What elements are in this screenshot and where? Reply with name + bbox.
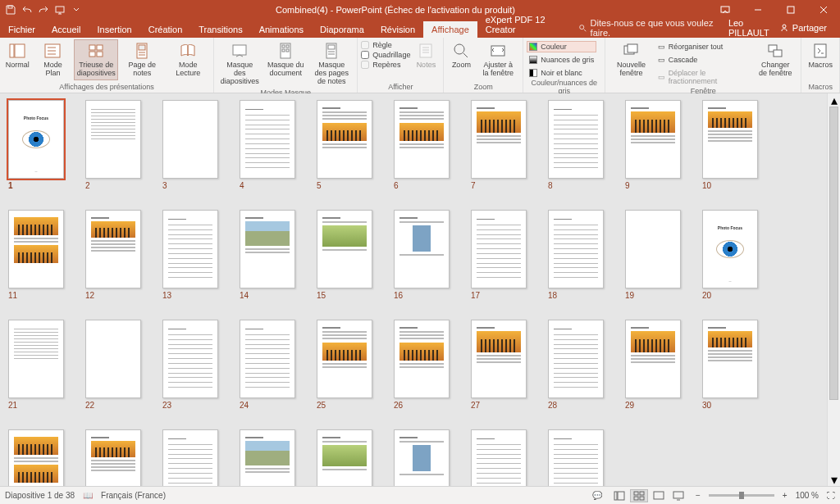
guides-checkbox[interactable]: Repères: [361, 61, 410, 69]
slide-thumbnail[interactable]: 36: [394, 429, 450, 486]
spellcheck-icon[interactable]: 📖: [83, 491, 93, 500]
slide-thumbnail[interactable]: 29: [625, 320, 681, 410]
reading-view-button[interactable]: Mode Lecture: [166, 39, 210, 80]
slide-thumbnail[interactable]: 23: [162, 320, 218, 410]
slide-thumbnail[interactable]: 30: [702, 320, 758, 410]
slide-thumbnail[interactable]: 7: [471, 100, 527, 190]
tab-expert-pdf[interactable]: eXpert PDF 12 Creator: [477, 11, 573, 38]
zoom-level[interactable]: 100 %: [796, 491, 819, 500]
user-name[interactable]: Leo PILLAULT: [728, 18, 769, 38]
redo-icon[interactable]: [38, 4, 49, 16]
slide-thumbnail[interactable]: 27: [471, 320, 527, 410]
slide-thumbnail[interactable]: 14: [240, 210, 295, 300]
grayscale-mode-button[interactable]: Nuances de gris: [527, 54, 596, 66]
zoom-out-button[interactable]: −: [696, 491, 701, 500]
slide-thumbnail[interactable]: 13: [162, 210, 218, 300]
normal-view-button[interactable]: Normal: [3, 39, 32, 72]
slide-sorter-button[interactable]: Trieuse de diapositives: [74, 39, 118, 80]
slide-thumbnail[interactable]: Photo Focus—20: [702, 210, 758, 300]
close-icon[interactable]: [807, 0, 840, 20]
fit-to-window-status-button[interactable]: ⛶: [827, 491, 835, 500]
slide-thumbnail[interactable]: 16: [394, 210, 450, 300]
reading-view-status-button[interactable]: [650, 489, 668, 502]
slide-thumbnail[interactable]: 21: [8, 320, 64, 410]
slide-thumbnail[interactable]: 24: [240, 320, 295, 410]
new-window-button[interactable]: Nouvelle fenêtre: [609, 39, 653, 80]
slide-thumbnail[interactable]: 22: [85, 320, 141, 410]
color-mode-button[interactable]: Couleur: [527, 41, 596, 52]
vertical-scrollbar[interactable]: ▴ ▾: [827, 93, 840, 486]
slide-thumbnail[interactable]: 26: [394, 320, 450, 410]
ribbon-display-icon[interactable]: [709, 0, 742, 20]
share-button[interactable]: Partager: [774, 21, 832, 34]
slide-sorter-pane[interactable]: Photo Focus—1234567891011121314151617181…: [0, 93, 840, 486]
slide-thumbnail[interactable]: 34: [240, 429, 295, 486]
tab-creation[interactable]: Création: [140, 21, 191, 38]
slide-thumbnail[interactable]: 33: [162, 429, 218, 486]
scroll-up-icon[interactable]: ▴: [828, 93, 840, 107]
minimize-icon[interactable]: [742, 0, 774, 20]
slideshow-status-button[interactable]: [669, 489, 687, 502]
slide-thumbnail[interactable]: Photo Focus—1: [8, 100, 64, 190]
slide-thumbnail[interactable]: 4: [240, 100, 295, 190]
slide-thumbnail[interactable]: 6: [394, 100, 450, 190]
slide-thumbnail[interactable]: 10: [702, 100, 758, 190]
slide-thumbnail[interactable]: 37: [471, 429, 527, 486]
scroll-down-icon[interactable]: ▾: [828, 473, 840, 486]
slide-thumbnail[interactable]: 19: [625, 210, 681, 300]
maximize-icon[interactable]: [774, 0, 807, 20]
macros-button[interactable]: Macros: [805, 39, 836, 72]
slide-thumbnail[interactable]: 5: [317, 100, 372, 190]
handout-master-button[interactable]: Masque du document: [263, 39, 308, 80]
slide-thumbnail[interactable]: 18: [548, 210, 604, 300]
cascade-button[interactable]: ▭Cascade: [655, 54, 751, 66]
switch-window-button[interactable]: Changer de fenêtre: [753, 39, 797, 80]
zoom-in-button[interactable]: +: [783, 491, 788, 500]
normal-view-status-button[interactable]: [610, 489, 628, 502]
fit-window-button[interactable]: Ajuster à la fenêtre: [477, 39, 519, 80]
slide-thumbnail[interactable]: 25: [317, 320, 372, 410]
zoom-slider[interactable]: [709, 494, 774, 497]
start-slideshow-icon[interactable]: [54, 4, 66, 16]
save-icon[interactable]: [5, 4, 16, 16]
tab-revision[interactable]: Révision: [372, 21, 423, 38]
slide-thumbnail[interactable]: 11: [8, 210, 64, 300]
svg-rect-37: [654, 492, 664, 499]
tab-diaporama[interactable]: Diaporama: [312, 21, 372, 38]
comments-icon[interactable]: 💬: [592, 491, 602, 500]
tab-insertion[interactable]: Insertion: [89, 21, 139, 38]
undo-icon[interactable]: [21, 4, 33, 16]
scrollbar-thumb[interactable]: [829, 107, 838, 400]
tab-animations[interactable]: Animations: [251, 21, 312, 38]
slide-count-status[interactable]: Diapositive 1 de 38: [5, 491, 75, 500]
slide-thumbnail[interactable]: 17: [471, 210, 527, 300]
tab-affichage[interactable]: Affichage: [423, 21, 477, 38]
slide-thumbnail[interactable]: 2: [85, 100, 141, 190]
slide-thumbnail[interactable]: 8: [548, 100, 604, 190]
ruler-checkbox[interactable]: Règle: [361, 41, 410, 49]
slide-master-button[interactable]: Masque des diapositives: [217, 39, 262, 89]
outline-view-button[interactable]: Mode Plan: [34, 39, 73, 80]
slide-thumbnail[interactable]: 35: [317, 429, 372, 486]
tell-me-search[interactable]: Dites-nous ce que vous voulez faire.: [572, 18, 719, 38]
notes-master-button[interactable]: Masque des pages de notes: [309, 39, 354, 89]
gridlines-checkbox[interactable]: Quadrillage: [361, 51, 410, 59]
bw-mode-button[interactable]: Noir et blanc: [527, 67, 596, 79]
slide-thumbnail[interactable]: 12: [85, 210, 141, 300]
slide-thumbnail[interactable]: 32: [85, 429, 141, 486]
zoom-button[interactable]: Zoom: [447, 39, 475, 72]
sorter-view-status-button[interactable]: [630, 489, 648, 502]
arrange-all-button[interactable]: ▭Réorganiser tout: [655, 41, 751, 52]
language-status[interactable]: Français (France): [101, 491, 166, 500]
slide-thumbnail[interactable]: 9: [625, 100, 681, 190]
slide-thumbnail[interactable]: 15: [317, 210, 372, 300]
slide-thumbnail[interactable]: 3: [162, 100, 218, 190]
slide-thumbnail[interactable]: 28: [548, 320, 604, 410]
slide-thumbnail[interactable]: 38: [548, 429, 604, 486]
tab-fichier[interactable]: Fichier: [0, 21, 43, 38]
notes-page-button[interactable]: Page de notes: [120, 39, 164, 80]
slide-thumbnail[interactable]: 31: [8, 429, 64, 486]
tab-transitions[interactable]: Transitions: [190, 21, 250, 38]
tab-accueil[interactable]: Accueil: [43, 21, 89, 38]
qat-dropdown-icon[interactable]: [71, 4, 82, 16]
